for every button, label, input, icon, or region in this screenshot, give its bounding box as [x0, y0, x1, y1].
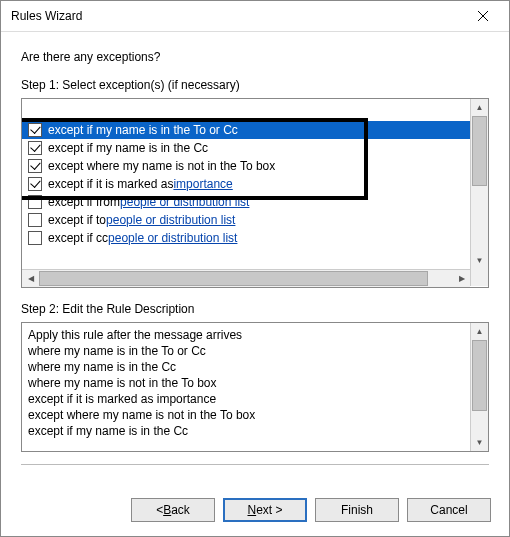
dialog-content: Are there any exceptions? Step 1: Select… [1, 32, 509, 498]
wizard-buttons: < Back Next > Finish Cancel [1, 498, 509, 536]
checkbox[interactable] [28, 159, 42, 173]
checkbox[interactable] [28, 213, 42, 227]
separator [21, 464, 489, 465]
step1-label: Step 1: Select exception(s) (if necessar… [21, 78, 489, 92]
exception-row[interactable]: except if to people or distribution list [22, 211, 470, 229]
exception-label: except if to [48, 213, 106, 227]
step2-label: Step 2: Edit the Rule Description [21, 302, 489, 316]
scroll-up-icon[interactable]: ▲ [471, 323, 488, 340]
description-line: where my name is in the To or Cc [28, 343, 464, 359]
close-icon [478, 11, 488, 21]
exception-row[interactable]: except if my name is in the Cc [22, 139, 470, 157]
close-button[interactable] [465, 2, 501, 30]
scroll-up-icon[interactable]: ▲ [471, 99, 488, 116]
exception-link[interactable]: people or distribution list [120, 195, 249, 209]
next-button[interactable]: Next > [223, 498, 307, 522]
exception-row[interactable]: except where my name is not in the To bo… [22, 157, 470, 175]
exception-label: except if from [48, 195, 120, 209]
exception-label: except if my name is in the To or Cc [48, 123, 238, 137]
scroll-right-icon[interactable]: ▶ [453, 270, 470, 287]
window-title: Rules Wizard [11, 9, 82, 23]
exception-row[interactable]: except if my name is in the To or Cc [22, 121, 470, 139]
scrollbar-corner [470, 269, 488, 286]
exception-row[interactable]: except if it is marked as importance [22, 175, 470, 193]
exception-row[interactable]: except if cc people or distribution list [22, 229, 470, 247]
description-line: Apply this rule after the message arrive… [28, 327, 464, 343]
vertical-scrollbar[interactable]: ▲ ▼ [470, 323, 488, 451]
rule-description-box[interactable]: Apply this rule after the message arrive… [21, 322, 489, 452]
description-line: except where my name is not in the To bo… [28, 407, 464, 423]
description-line: where my name is not in the To box [28, 375, 464, 391]
rules-wizard-dialog: Rules Wizard Are there any exceptions? S… [0, 0, 510, 537]
scroll-left-icon[interactable]: ◀ [22, 270, 39, 287]
exception-link[interactable]: people or distribution list [108, 231, 237, 245]
description-line: where my name is in the Cc [28, 359, 464, 375]
scroll-down-icon[interactable]: ▼ [471, 252, 488, 269]
checkbox[interactable] [28, 231, 42, 245]
exception-row[interactable]: except if from people or distribution li… [22, 193, 470, 211]
scroll-thumb[interactable] [472, 340, 487, 411]
checkbox[interactable] [28, 123, 42, 137]
exception-label: except where my name is not in the To bo… [48, 159, 275, 173]
exception-list: except if my name is in the To or Ccexce… [21, 98, 489, 288]
vertical-scrollbar[interactable]: ▲ ▼ [470, 99, 488, 269]
exception-label: except if my name is in the Cc [48, 141, 208, 155]
description-line: except if it is marked as importance [28, 391, 464, 407]
checkbox[interactable] [28, 195, 42, 209]
cancel-button[interactable]: Cancel [407, 498, 491, 522]
title-bar: Rules Wizard [1, 1, 509, 32]
exception-link[interactable]: people or distribution list [106, 213, 235, 227]
checkbox[interactable] [28, 141, 42, 155]
scroll-thumb[interactable] [472, 116, 487, 186]
back-button[interactable]: < Back [131, 498, 215, 522]
scroll-thumb[interactable] [39, 271, 428, 286]
checkbox[interactable] [28, 177, 42, 191]
description-line: except if my name is in the Cc [28, 423, 464, 439]
horizontal-scrollbar[interactable]: ◀ ▶ [22, 269, 470, 287]
exception-label: except if cc [48, 231, 108, 245]
scroll-down-icon[interactable]: ▼ [471, 434, 488, 451]
exception-label: except if it is marked as [48, 177, 173, 191]
exceptions-question: Are there any exceptions? [21, 50, 489, 64]
finish-button[interactable]: Finish [315, 498, 399, 522]
exception-link[interactable]: importance [173, 177, 232, 191]
